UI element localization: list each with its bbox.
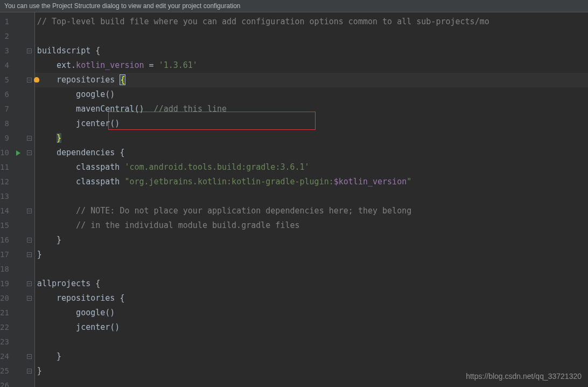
line-number[interactable]: 6 [0,87,9,102]
fold-marker-icon[interactable] [27,136,32,141]
code-line[interactable]: // NOTE: Do not place your application d… [35,204,588,218]
watermark-text: https://blog.csdn.net/qq_33721320 [466,372,582,381]
code-area[interactable]: // Top-level build file where you can ad… [35,12,588,387]
line-number[interactable]: 9 [0,131,9,146]
code-line[interactable]: classpath "org.jetbrains.kotlin:kotlin-g… [35,175,588,189]
code-line[interactable] [35,189,588,204]
line-number[interactable]: 5 [0,73,9,87]
line-number[interactable]: 16 [0,233,9,247]
code-line[interactable]: classpath 'com.android.tools.build:gradl… [35,160,588,175]
code-line[interactable]: // in the individual module build.gradle… [35,218,588,233]
code-line[interactable] [35,262,588,277]
line-number[interactable]: 8 [0,116,9,131]
code-line[interactable]: google() [35,87,588,102]
fold-marker-icon[interactable] [27,238,32,243]
line-number-gutter[interactable]: 1234567891011121314151617181920212223242… [0,12,13,387]
line-number[interactable]: 20 [0,291,9,306]
line-number[interactable]: 4 [0,58,9,73]
code-line[interactable]: // Top-level build file where you can ad… [35,15,588,29]
line-number[interactable]: 15 [0,218,9,233]
line-number[interactable]: 24 [0,349,9,364]
fold-marker-icon[interactable] [27,296,32,301]
line-number[interactable]: 12 [0,175,9,189]
fold-marker-icon[interactable] [27,354,32,359]
fold-gutter[interactable] [24,12,35,387]
code-line[interactable]: } [35,349,588,364]
code-line[interactable]: jcenter() [35,320,588,335]
line-number[interactable]: 21 [0,306,9,320]
line-number[interactable]: 13 [0,189,9,204]
code-line[interactable]: buildscript { [35,44,588,58]
line-number[interactable]: 22 [0,320,9,335]
code-line[interactable]: } [35,131,588,146]
line-number[interactable]: 18 [0,262,9,277]
line-number[interactable]: 1 [0,15,9,29]
line-number[interactable]: 19 [0,277,9,291]
line-number[interactable]: 10 [0,146,9,160]
fold-marker-icon[interactable] [27,49,32,53]
code-line[interactable]: ext.kotlin_version = '1.3.61' [35,58,588,73]
code-line[interactable]: dependencies { [35,146,588,160]
code-editor: 1234567891011121314151617181920212223242… [0,12,588,387]
line-number[interactable]: 14 [0,204,9,218]
code-line[interactable] [35,29,588,44]
line-number[interactable]: 3 [0,44,9,58]
line-number[interactable]: 11 [0,160,9,175]
fold-marker-icon[interactable] [27,78,32,82]
banner-text: You can use the Project Structure dialog… [4,2,241,10]
code-line[interactable]: jcenter() [35,116,588,131]
line-number[interactable]: 2 [0,29,9,44]
code-line[interactable]: } [35,233,588,247]
code-line[interactable]: repositories { [35,73,588,87]
line-number[interactable]: 7 [0,102,9,116]
fold-marker-icon[interactable] [27,369,32,374]
intention-bulb-icon[interactable] [34,77,39,82]
run-gutter[interactable] [13,12,24,387]
code-line[interactable]: repositories { [35,291,588,306]
fold-marker-icon[interactable] [27,252,32,257]
code-line[interactable]: mavenCentral() //add this line [35,102,588,116]
code-line[interactable] [35,335,588,349]
fold-marker-icon[interactable] [27,150,32,155]
line-number[interactable]: 26 [0,378,9,387]
line-number[interactable]: 23 [0,335,9,349]
line-number[interactable]: 17 [0,247,9,262]
line-number[interactable]: 25 [0,364,9,378]
fold-marker-icon[interactable] [27,281,32,286]
fold-marker-icon[interactable] [27,209,32,213]
run-icon[interactable] [16,150,20,156]
notification-banner[interactable]: You can use the Project Structure dialog… [0,0,588,12]
code-line[interactable]: google() [35,306,588,320]
code-line[interactable]: } [35,247,588,262]
code-line[interactable]: allprojects { [35,277,588,291]
